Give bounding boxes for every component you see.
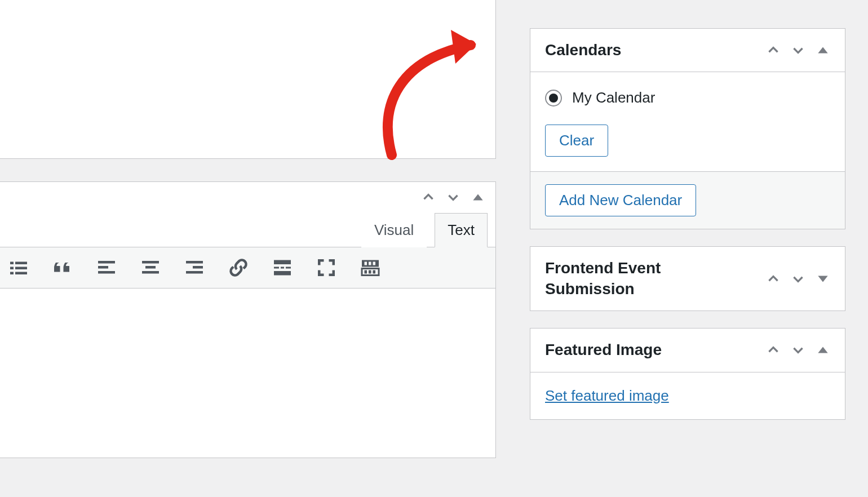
featured-image-panel-title: Featured Image xyxy=(545,340,662,360)
svg-rect-14 xyxy=(193,266,203,269)
panel-move-down-icon[interactable] xyxy=(791,343,805,357)
svg-marker-22 xyxy=(329,259,335,265)
svg-rect-31 xyxy=(369,270,371,274)
svg-rect-4 xyxy=(15,267,27,270)
svg-rect-11 xyxy=(145,266,156,269)
panel-collapse-icon[interactable] xyxy=(816,43,830,57)
editor-toolbar xyxy=(0,247,495,289)
align-left-icon[interactable] xyxy=(96,258,117,278)
svg-rect-16 xyxy=(274,260,291,265)
calendar-radio-my-calendar[interactable] xyxy=(545,90,562,106)
panel-move-up-icon[interactable] xyxy=(766,43,781,57)
align-center-icon[interactable] xyxy=(140,258,161,278)
svg-marker-35 xyxy=(818,276,827,282)
calendars-panel-title: Calendars xyxy=(545,40,621,60)
svg-rect-13 xyxy=(186,261,203,264)
list-icon[interactable] xyxy=(8,258,29,278)
panel-expand-icon[interactable] xyxy=(816,272,830,286)
align-right-icon[interactable] xyxy=(184,258,205,278)
clear-button[interactable]: Clear xyxy=(545,125,608,157)
blockquote-icon[interactable] xyxy=(52,258,73,278)
add-new-calendar-button[interactable]: Add New Calendar xyxy=(545,184,696,216)
svg-marker-23 xyxy=(318,270,324,277)
set-featured-image-link[interactable]: Set featured image xyxy=(545,387,669,404)
svg-rect-8 xyxy=(98,266,108,269)
svg-rect-9 xyxy=(98,271,115,274)
svg-rect-10 xyxy=(142,261,159,264)
main-editor-column: Visual Text xyxy=(0,0,507,497)
calendar-radio-label: My Calendar xyxy=(572,89,655,106)
panel-move-up-icon[interactable] xyxy=(766,272,781,286)
frontend-event-submission-panel: Frontend Event Submission xyxy=(530,246,845,311)
featured-image-panel: Featured Image Set featured image xyxy=(530,328,845,419)
svg-marker-36 xyxy=(818,347,827,353)
svg-rect-15 xyxy=(186,271,203,274)
svg-marker-24 xyxy=(329,270,335,277)
fullscreen-icon[interactable] xyxy=(316,258,336,278)
calendars-panel: Calendars My Calendar xyxy=(530,28,845,229)
panel-toggle-icon[interactable] xyxy=(471,190,485,205)
svg-rect-27 xyxy=(369,262,371,265)
meta-box-panel: Visual Text xyxy=(0,181,496,458)
text-editor-body[interactable] xyxy=(0,289,495,458)
panel-move-down-icon[interactable] xyxy=(446,190,460,205)
content-editor-top-box xyxy=(0,0,496,159)
link-icon[interactable] xyxy=(228,258,249,278)
panel-move-up-icon[interactable] xyxy=(421,190,436,205)
editor-mode-tabs: Visual Text xyxy=(0,213,495,247)
svg-rect-20 xyxy=(274,271,291,276)
svg-rect-1 xyxy=(10,262,14,265)
svg-rect-2 xyxy=(15,262,27,265)
settings-sidebar: Calendars My Calendar xyxy=(507,0,868,497)
panel-collapse-icon[interactable] xyxy=(816,343,830,357)
svg-rect-5 xyxy=(10,272,14,275)
meta-box-header xyxy=(0,182,495,212)
svg-rect-12 xyxy=(142,271,159,274)
svg-rect-19 xyxy=(286,267,291,269)
svg-marker-0 xyxy=(473,194,482,201)
svg-rect-3 xyxy=(10,267,14,270)
panel-move-down-icon[interactable] xyxy=(791,272,805,286)
svg-rect-7 xyxy=(98,261,115,264)
svg-rect-6 xyxy=(15,272,27,275)
tab-visual[interactable]: Visual xyxy=(361,213,427,247)
toolbar-toggle-icon[interactable] xyxy=(360,258,380,278)
svg-rect-32 xyxy=(373,270,376,274)
panel-move-down-icon[interactable] xyxy=(791,43,805,57)
panel-move-up-icon[interactable] xyxy=(766,343,781,357)
svg-marker-34 xyxy=(818,47,827,54)
frontend-panel-title: Frontend Event Submission xyxy=(545,258,725,299)
svg-rect-30 xyxy=(365,270,367,274)
svg-marker-21 xyxy=(318,259,324,265)
tab-text[interactable]: Text xyxy=(435,213,488,247)
svg-rect-28 xyxy=(373,262,376,265)
svg-rect-17 xyxy=(274,267,279,269)
read-more-icon[interactable] xyxy=(272,258,293,278)
svg-rect-26 xyxy=(365,262,367,265)
svg-rect-18 xyxy=(281,267,284,269)
